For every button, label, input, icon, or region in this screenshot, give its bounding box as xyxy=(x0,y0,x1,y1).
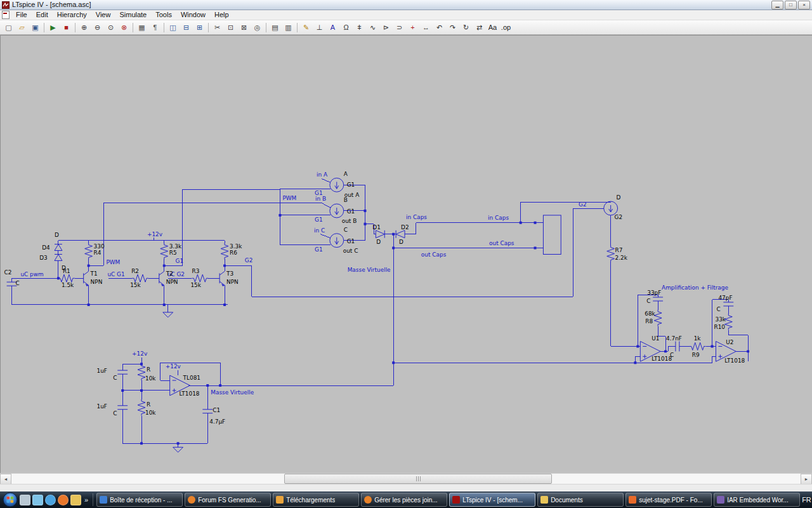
scroll-track[interactable] xyxy=(11,474,801,484)
save-button[interactable]: ▣ xyxy=(29,21,42,34)
media-player-icon[interactable] xyxy=(58,495,69,505)
component-label: out B xyxy=(342,218,357,224)
zoom-clear-icon: ⊗ xyxy=(121,24,128,31)
resistor-R9 xyxy=(690,342,706,350)
net-label: uC G1 xyxy=(107,271,124,277)
task-label: Forum FS Generatio... xyxy=(198,497,261,504)
component-label: D3 xyxy=(39,255,48,261)
zoom-clear-button[interactable]: ⊗ xyxy=(117,21,131,34)
menu-file[interactable]: File xyxy=(11,10,32,20)
text-button[interactable]: Aa xyxy=(486,21,499,34)
net-label: G2 xyxy=(579,201,587,208)
schematic-canvas[interactable]: PWM+12vG1G2uC pwmuC G1uC G2PWMin Ain Bin… xyxy=(0,35,812,473)
taskbar-app-firefox[interactable]: Gérer les pièces join... xyxy=(361,493,447,507)
net-label-button[interactable]: A xyxy=(326,21,339,34)
taskbar-app-firefox[interactable]: Forum FS Generatio... xyxy=(185,493,271,507)
inductor-button[interactable]: ∿ xyxy=(366,21,379,34)
net-label: G2 xyxy=(245,257,253,264)
tile-vertical-button[interactable]: ◫ xyxy=(166,21,180,34)
taskbar-app-folder[interactable]: Documents xyxy=(537,493,624,507)
taskbar-app-iar[interactable]: IAR Embedded Wor... xyxy=(714,493,800,507)
taskbar-app-pdf[interactable]: sujet-stage.PDF - Fo... xyxy=(625,493,712,507)
schematic-editor-canvas[interactable]: PWM+12vG1G2uC pwmuC G1uC G2PWMin Ain Bin… xyxy=(0,35,812,473)
menu-tools[interactable]: Tools xyxy=(151,10,176,20)
zoom-extents-button[interactable]: ⊙ xyxy=(104,21,117,34)
show-grid-button[interactable]: ▦ xyxy=(135,21,148,34)
component-label: R6 xyxy=(230,250,237,256)
find-button[interactable]: ◎ xyxy=(251,21,264,34)
net-label: Amplification + Filtrage xyxy=(662,284,728,291)
draw-wire-icon: ✎ xyxy=(303,24,310,31)
taskbar-app-ltspice[interactable]: LTspice IV - [schem... xyxy=(449,493,535,507)
text-anchor-button[interactable]: ¶ xyxy=(148,21,162,34)
halt-simulation-icon: ■ xyxy=(63,24,69,31)
mirror-button[interactable]: ⇄ xyxy=(473,21,486,34)
toolbar-separator xyxy=(133,23,133,32)
component-label: LT1018 xyxy=(724,358,745,364)
switch-D xyxy=(604,201,618,215)
menu-help[interactable]: Help xyxy=(210,10,233,20)
tile-horizontal-button[interactable]: ⊟ xyxy=(180,21,193,34)
cascade-windows-button[interactable]: ⊞ xyxy=(193,21,206,34)
close-button[interactable]: × xyxy=(798,1,810,10)
menu-window[interactable]: Window xyxy=(176,10,210,20)
component-label: out C xyxy=(343,248,358,254)
explorer-icon[interactable] xyxy=(70,495,81,505)
rotate-button[interactable]: ↻ xyxy=(459,21,473,34)
print-setup-button[interactable]: ▥ xyxy=(282,21,295,34)
show-desktop-icon[interactable] xyxy=(20,495,30,505)
resistor-button[interactable]: Ω xyxy=(339,21,353,34)
draw-wire-button[interactable]: ✎ xyxy=(299,21,313,34)
menu-hierarchy[interactable]: Hierarchy xyxy=(53,10,91,20)
taskbar-app-mail[interactable]: Boîte de réception - ... xyxy=(96,493,183,507)
scroll-right-button[interactable]: ► xyxy=(801,474,812,485)
halt-simulation-button[interactable]: ■ xyxy=(60,21,73,34)
menu-view[interactable]: View xyxy=(91,10,115,20)
horizontal-scrollbar[interactable]: ◄ ► xyxy=(0,473,812,484)
minimize-button[interactable]: ▁ xyxy=(771,1,783,10)
menu-simulate[interactable]: Simulate xyxy=(115,10,151,20)
copy-button[interactable]: ⊡ xyxy=(224,21,237,34)
mirror-icon: ⇄ xyxy=(476,24,483,31)
paste-button[interactable]: ⊠ xyxy=(237,21,251,34)
undo-button[interactable]: ↶ xyxy=(433,21,446,34)
move-icon: + xyxy=(410,24,415,31)
menu-edit[interactable]: Edit xyxy=(32,10,53,20)
net-label: out Caps xyxy=(421,251,447,258)
task-label: Gérer les pièces join... xyxy=(374,497,438,504)
component-label: D xyxy=(399,239,403,245)
new-schematic-button[interactable]: ▢ xyxy=(2,21,15,34)
zoom-back-button[interactable]: ⊖ xyxy=(91,21,104,34)
window-switcher-icon[interactable] xyxy=(32,495,43,505)
component-label: 1.5k xyxy=(62,282,74,288)
print-button[interactable]: ▤ xyxy=(268,21,282,34)
component-label: R5 xyxy=(169,250,177,256)
spice-directive-button[interactable]: .op xyxy=(499,21,513,34)
component-button[interactable]: ⊃ xyxy=(393,21,406,34)
run-simulation-button[interactable]: ▶ xyxy=(46,21,60,34)
start-button[interactable] xyxy=(3,492,18,507)
component-label: D4 xyxy=(42,244,50,251)
taskbar-app-downloads-folder[interactable]: Téléchargements xyxy=(273,493,359,507)
scroll-thumb[interactable] xyxy=(284,474,552,484)
diode-D3 xyxy=(55,254,62,260)
redo-button[interactable]: ↷ xyxy=(446,21,459,34)
net-label: in A xyxy=(317,171,328,178)
move-button[interactable]: + xyxy=(406,21,419,34)
scroll-left-button[interactable]: ◄ xyxy=(0,474,11,485)
capacitor-button[interactable]: ǂ xyxy=(353,21,366,34)
component-label: 4.7nF xyxy=(666,335,682,342)
ground-button[interactable]: ⊥ xyxy=(313,21,326,34)
quick-launch-overflow-chevron[interactable]: » xyxy=(83,496,89,504)
internet-explorer-icon[interactable] xyxy=(45,495,56,505)
cut-button[interactable]: ✂ xyxy=(211,21,224,34)
scroll-grip xyxy=(420,476,421,481)
open-file-button[interactable]: ▱ xyxy=(15,21,29,34)
language-indicator[interactable]: FR xyxy=(802,496,811,504)
drag-button[interactable]: ↔ xyxy=(419,21,433,34)
title-bar[interactable]: LTspice IV - [schema.asc] ▁□× xyxy=(0,0,812,10)
maximize-button[interactable]: □ xyxy=(785,1,797,10)
diode-D4 xyxy=(55,244,62,251)
zoom-area-button[interactable]: ⊕ xyxy=(77,21,91,34)
diode-button[interactable]: ⊳ xyxy=(379,21,393,34)
